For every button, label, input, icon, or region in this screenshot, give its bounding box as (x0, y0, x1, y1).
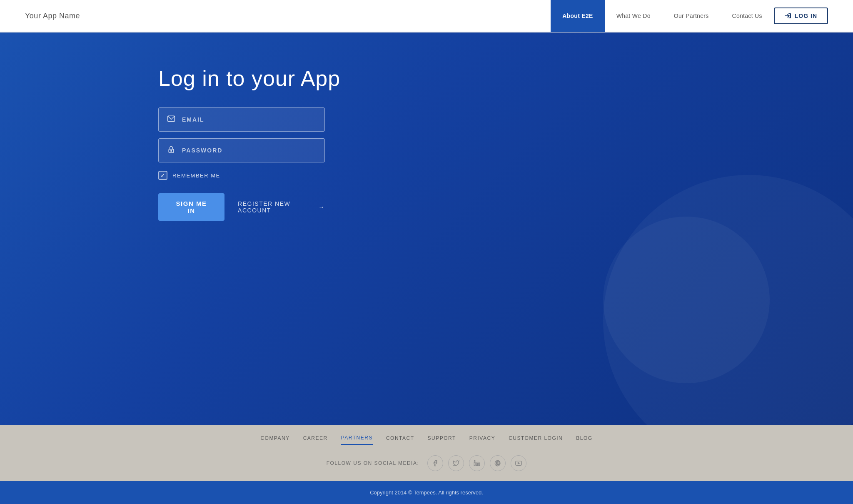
login-form: ✓ REMEMBER ME SIGN ME IN REGISTER NEW AC… (158, 107, 325, 221)
footer-nav-blog[interactable]: BLOG (576, 435, 592, 444)
app-logo: Your App Name (25, 12, 80, 20)
arrow-icon: → (319, 204, 325, 210)
svg-point-2 (171, 150, 172, 152)
footer-nav-privacy[interactable]: PRIVACY (469, 435, 495, 444)
footer-nav-company[interactable]: COMPANY (260, 435, 289, 444)
svg-point-4 (474, 460, 476, 462)
twitter-icon[interactable] (448, 455, 464, 471)
login-icon (785, 12, 791, 19)
facebook-icon[interactable] (427, 455, 443, 471)
email-field[interactable] (182, 116, 316, 123)
nav-about-e2e[interactable]: About E2E (551, 0, 604, 32)
main-content: Log in to your App (0, 32, 853, 425)
remember-me-row: ✓ REMEMBER ME (158, 171, 325, 180)
remember-me-checkbox[interactable]: ✓ (158, 171, 167, 180)
footer-nav: COMPANY CAREER PARTNERS CONTACT SUPPORT … (0, 425, 853, 445)
email-icon (167, 115, 175, 125)
main-nav: About E2E What We Do Our Partners Contac… (551, 0, 828, 32)
nav-contact-us[interactable]: Contact Us (721, 0, 774, 32)
pinterest-icon[interactable] (490, 455, 506, 471)
social-row: FOLLOW US ON SOCIAL MEDIA: (0, 445, 853, 481)
sign-in-button[interactable]: SIGN ME IN (158, 193, 224, 221)
svg-rect-3 (474, 462, 476, 466)
checkbox-checkmark: ✓ (160, 172, 165, 179)
footer-nav-customer-login[interactable]: CUSTOMER LOGIN (509, 435, 563, 444)
page-title: Log in to your App (158, 66, 340, 91)
linkedin-icon[interactable] (469, 455, 485, 471)
lock-icon (167, 145, 175, 156)
footer-nav-partners[interactable]: PARTNERS (341, 435, 373, 445)
action-row: SIGN ME IN REGISTER NEW ACCOUNT → (158, 193, 325, 221)
nav-our-partners[interactable]: Our Partners (662, 0, 721, 32)
copyright-text: Copyright 2014 © Tempees. All rights res… (370, 489, 483, 496)
header-login-button[interactable]: LOG IN (774, 7, 828, 24)
footer-nav-contact[interactable]: CONTACT (386, 435, 414, 444)
footer: COMPANY CAREER PARTNERS CONTACT SUPPORT … (0, 425, 853, 504)
copyright-bar: Copyright 2014 © Tempees. All rights res… (0, 481, 853, 504)
password-input-group (158, 138, 325, 162)
youtube-icon[interactable] (511, 455, 526, 471)
social-label: FOLLOW US ON SOCIAL MEDIA: (327, 460, 419, 466)
nav-what-we-do[interactable]: What We Do (605, 0, 662, 32)
svg-marker-5 (518, 462, 520, 464)
password-field[interactable] (182, 147, 316, 154)
email-input-group (158, 107, 325, 132)
header: Your App Name About E2E What We Do Our P… (0, 0, 853, 32)
footer-nav-career[interactable]: CAREER (303, 435, 328, 444)
remember-me-label: REMEMBER ME (172, 172, 220, 179)
register-link[interactable]: REGISTER NEW ACCOUNT → (238, 200, 325, 214)
footer-nav-support[interactable]: SUPPORT (428, 435, 456, 444)
